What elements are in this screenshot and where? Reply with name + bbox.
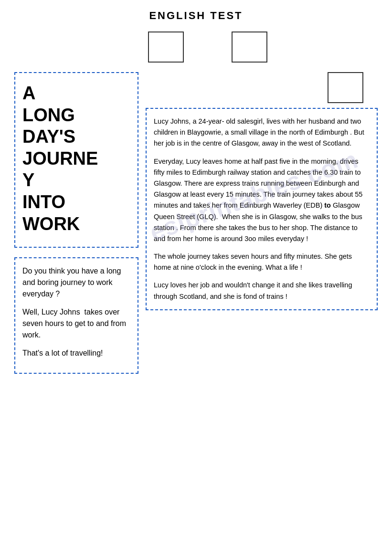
score-box-3 [328, 72, 363, 103]
story-paragraph-1: Lucy Johns, a 24-year- old salesgirl, li… [154, 116, 370, 149]
story-box: Lucy Johns, a 24-year- old salesgirl, li… [146, 108, 378, 310]
page-title: ENGLISH TEST [149, 10, 243, 21]
question-1: Do you think you have a long and boring … [22, 265, 130, 300]
main-layout: ALONGDAY'SJOURNEYINTOWORK Do you think y… [14, 72, 378, 374]
header: ENGLISH TEST [14, 10, 378, 22]
question-3: That's a lot of travelling! [22, 347, 130, 359]
article-title: ALONGDAY'SJOURNEYINTOWORK [22, 83, 130, 235]
page: eslprintables.com ENGLISH TEST ALONGDAY'… [0, 0, 392, 558]
question-2: Well, Lucy Johns takes over seven hours … [22, 306, 130, 341]
score-box-2 [232, 32, 267, 63]
left-column: ALONGDAY'SJOURNEYINTOWORK Do you think y… [14, 72, 138, 374]
score-box-1 [148, 32, 184, 63]
question-box: Do you think you have a long and boring … [14, 257, 138, 374]
story-paragraph-4: Lucy loves her job and wouldn't change i… [154, 280, 370, 302]
title-box: ALONGDAY'SJOURNEYINTOWORK [14, 72, 138, 248]
right-top-area [146, 72, 378, 103]
right-column: Lucy Johns, a 24-year- old salesgirl, li… [146, 72, 378, 310]
score-boxes-top-row [148, 32, 378, 63]
story-paragraph-2: Everyday, Lucy leaves home at half past … [154, 156, 370, 245]
story-paragraph-3: The whole journey takes seven hours and … [154, 251, 370, 273]
